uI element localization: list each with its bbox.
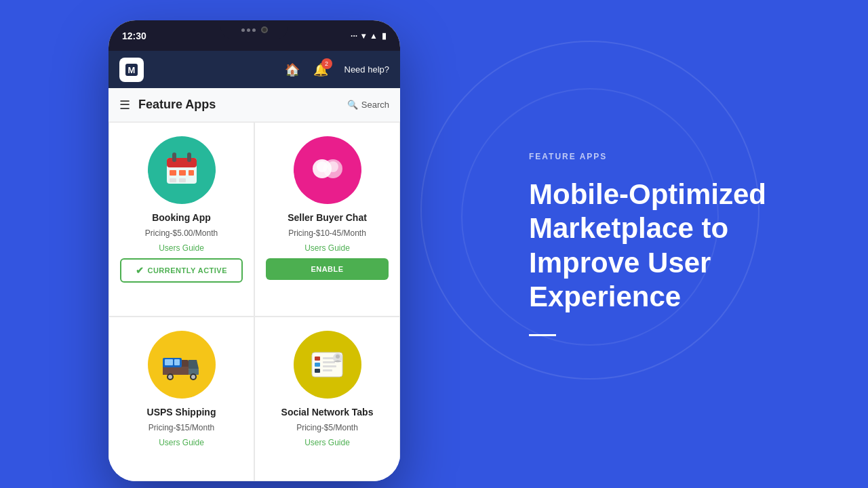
phone-screen: 12:30 ··· ▾ ▲ ▮ M 🏠 🔔 [108, 20, 400, 481]
chat-app-pricing: Pricing-$10-45/Month [288, 228, 366, 238]
chat-enable-button[interactable]: ENABLE [266, 258, 389, 280]
notch-camera [261, 26, 268, 33]
svg-point-14 [328, 161, 338, 172]
svg-point-36 [336, 354, 340, 359]
logo-svg: M [124, 62, 139, 77]
chat-app-icon [294, 136, 361, 204]
svg-rect-33 [323, 365, 336, 367]
feature-label: FEATURE APPS [529, 152, 814, 161]
chat-app-name: Seller Buyer Chat [288, 212, 367, 223]
app-header: M 🏠 🔔 2 Need help? [108, 51, 400, 88]
notch-dots [241, 28, 256, 32]
search-button[interactable]: 🔍 Search [347, 100, 389, 110]
notification-icon[interactable]: 🔔 2 [313, 62, 328, 77]
svg-rect-6 [170, 170, 176, 176]
page-header: ☰ Feature Apps 🔍 Search [108, 88, 400, 122]
shipping-app-pricing: Pricing-$15/Month [149, 423, 214, 432]
svg-rect-34 [323, 369, 332, 371]
wifi-icon: ▾ [361, 31, 366, 41]
check-icon: ✔ [136, 265, 144, 276]
app-card-booking: Booking App Pricing-$5.00/Month Users Gu… [108, 122, 254, 317]
status-time: 12:30 [122, 30, 146, 41]
hamburger-menu[interactable]: ☰ [119, 98, 130, 113]
app-logo[interactable]: M [119, 58, 144, 82]
svg-rect-3 [167, 158, 197, 167]
feature-title: Mobile-Optimized Marketplace to Improve … [529, 178, 814, 314]
battery-icon: ▮ [382, 31, 387, 41]
app-card-shipping: USPS Shipping Pricing-$15/Month Users Gu… [108, 317, 254, 481]
svg-point-22 [191, 375, 195, 379]
booking-active-button[interactable]: ✔ CURRENTLY ACTIVE [120, 258, 243, 283]
status-icons: ··· ▾ ▲ ▮ [351, 31, 387, 41]
svg-rect-24 [165, 359, 173, 365]
notification-badge: 2 [321, 58, 332, 69]
search-label: Search [361, 100, 389, 110]
svg-rect-29 [315, 363, 320, 367]
svg-rect-30 [315, 369, 320, 373]
social-app-name: Social Network Tabs [281, 407, 374, 418]
svg-text:M: M [128, 65, 136, 75]
app-card-social: Social Network Tabs Pricing-$5/Month Use… [254, 317, 400, 481]
social-app-icon [294, 331, 361, 399]
page-title: Feature Apps [138, 98, 347, 112]
shipping-users-guide[interactable]: Users Guide [159, 438, 204, 447]
booking-app-name: Booking App [152, 212, 211, 223]
right-panel: FEATURE APPS Mobile-Optimized Marketplac… [475, 0, 868, 488]
svg-rect-7 [179, 170, 186, 176]
shipping-app-icon [148, 331, 216, 399]
svg-rect-10 [179, 178, 186, 182]
booking-app-pricing: Pricing-$5.00/Month [145, 228, 218, 238]
app-card-chat: Seller Buyer Chat Pricing-$10-45/Month U… [254, 122, 400, 317]
search-icon: 🔍 [347, 100, 358, 110]
social-users-guide[interactable]: Users Guide [304, 438, 350, 447]
svg-rect-8 [189, 170, 194, 176]
booking-users-guide[interactable]: Users Guide [159, 243, 204, 253]
svg-rect-4 [172, 152, 176, 162]
signal-icon: ▲ [370, 31, 378, 41]
svg-marker-16 [189, 360, 199, 369]
svg-rect-25 [174, 359, 180, 365]
svg-rect-18 [163, 367, 189, 375]
booking-app-icon [148, 136, 216, 204]
home-icon[interactable]: 🏠 [285, 62, 300, 77]
need-help-button[interactable]: Need help? [344, 64, 390, 75]
shipping-app-name: USPS Shipping [147, 407, 216, 418]
apps-grid: Booking App Pricing-$5.00/Month Users Gu… [108, 122, 400, 481]
svg-rect-32 [323, 361, 335, 363]
phone-notch [220, 20, 288, 39]
svg-rect-5 [187, 152, 191, 162]
social-app-pricing: Pricing-$5/Month [296, 423, 358, 432]
svg-point-20 [168, 375, 172, 379]
svg-rect-28 [315, 357, 320, 361]
svg-rect-9 [170, 178, 176, 182]
chat-users-guide[interactable]: Users Guide [304, 243, 350, 253]
svg-point-13 [317, 161, 328, 172]
ellipsis-icon: ··· [351, 31, 357, 41]
feature-divider [529, 334, 556, 336]
booking-button-label: CURRENTLY ACTIVE [147, 266, 227, 274]
phone-mockup: 12:30 ··· ▾ ▲ ▮ M 🏠 🔔 [108, 20, 400, 481]
